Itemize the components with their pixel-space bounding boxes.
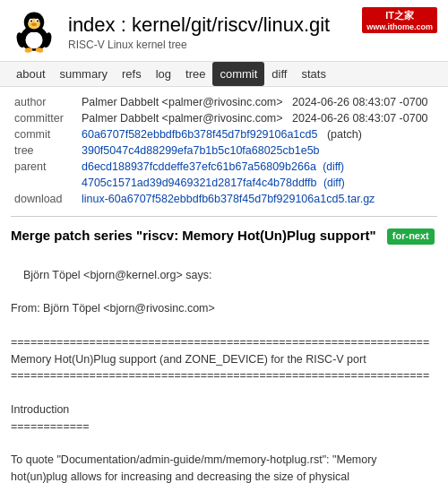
committer-name: Palmer Dabbelt <palmer@rivosinc.com> xyxy=(82,112,283,125)
parent2-hash-link[interactable]: 4705c1571ad39d9469321d2817faf4c4b78ddffb xyxy=(82,177,317,189)
it-badge-main: IT之家 xyxy=(385,10,414,21)
download-label: download xyxy=(11,191,78,207)
parent2-diff-link[interactable]: (diff) xyxy=(323,177,345,189)
nav-diff[interactable]: diff xyxy=(264,62,294,86)
it-badge-sub: www.ithome.com xyxy=(366,22,433,31)
commit-body-text: Björn Töpel <bjorn@kernel.org> says: Fro… xyxy=(11,269,429,483)
commit-body: Björn Töpel <bjorn@kernel.org> says: Fro… xyxy=(11,250,437,483)
svg-point-6 xyxy=(30,20,32,22)
svg-point-1 xyxy=(25,31,42,48)
nav-stats[interactable]: stats xyxy=(294,62,332,86)
commit-extra: (patch) xyxy=(327,128,362,141)
author-name: Palmer Dabbelt <palmer@rivosinc.com> xyxy=(82,96,283,108)
parent1-diff-link[interactable]: (diff) xyxy=(323,160,344,173)
commit-title-line: Merge patch series "riscv: Memory Hot(Un… xyxy=(11,226,437,245)
nav-summary[interactable]: summary xyxy=(53,62,115,86)
parent1-label: parent xyxy=(11,159,78,175)
for-next-badge: for-next xyxy=(387,229,435,244)
commit-metadata: author Palmer Dabbelt <palmer@rivosinc.c… xyxy=(11,94,437,207)
meta-author-row: author Palmer Dabbelt <palmer@rivosinc.c… xyxy=(11,94,437,110)
svg-point-8 xyxy=(31,23,37,26)
meta-parent1-row: parent d6ecd188937fcddeffe37efc61b67a568… xyxy=(11,159,437,175)
commit-label: commit xyxy=(11,126,78,142)
page-header: index : kernel/git/riscv/linux.git RISC-… xyxy=(0,0,448,62)
commit-title-text: Merge patch series "riscv: Memory Hot(Un… xyxy=(11,228,376,243)
commit-hash-link[interactable]: 60a6707f582ebbdfb6b378f45d7bf929106a1cd5 xyxy=(82,128,317,141)
tux-logo xyxy=(11,9,57,56)
meta-commit-row: commit 60a6707f582ebbdfb6b378f45d7bf9291… xyxy=(11,126,437,142)
author-label: author xyxy=(11,94,78,110)
meta-committer-row: committer Palmer Dabbelt <palmer@rivosin… xyxy=(11,110,437,126)
parent2-label xyxy=(11,175,78,191)
parent1-hash-link[interactable]: d6ecd188937fcddeffe37efc61b67a56809b266a xyxy=(82,160,316,173)
committer-date: 2024-06-26 08:43:07 -0700 xyxy=(292,112,428,125)
author-date: 2024-06-26 08:43:07 -0700 xyxy=(292,96,428,108)
nav-refs[interactable]: refs xyxy=(115,62,149,86)
committer-label: committer xyxy=(11,110,78,126)
it-badge: IT之家 www.ithome.com xyxy=(362,7,437,33)
nav-commit[interactable]: commit xyxy=(212,62,264,86)
page-subtitle: RISC-V Linux kernel tree xyxy=(68,39,437,51)
nav-log[interactable]: log xyxy=(149,62,178,86)
download-link[interactable]: linux-60a6707f582ebbdfb6b378f45d7bf92910… xyxy=(82,193,375,205)
tree-label: tree xyxy=(11,142,78,159)
meta-download-row: download linux-60a6707f582ebbdfb6b378f45… xyxy=(11,191,437,207)
navigation: about summary refs log tree commit diff … xyxy=(0,62,448,87)
svg-point-7 xyxy=(37,20,39,22)
meta-tree-row: tree 390f5047c4d88299efa7b1b5c10fa68025c… xyxy=(11,142,437,159)
nav-tree[interactable]: tree xyxy=(178,62,212,86)
meta-divider xyxy=(11,216,437,217)
tree-hash-link[interactable]: 390f5047c4d88299efa7b1b5c10fa68025cb1e5b xyxy=(82,144,320,157)
main-content: author Palmer Dabbelt <palmer@rivosinc.c… xyxy=(0,87,448,483)
meta-parent2-row: 4705c1571ad39d9469321d2817faf4c4b78ddffb… xyxy=(11,175,437,191)
nav-about[interactable]: about xyxy=(9,62,53,86)
